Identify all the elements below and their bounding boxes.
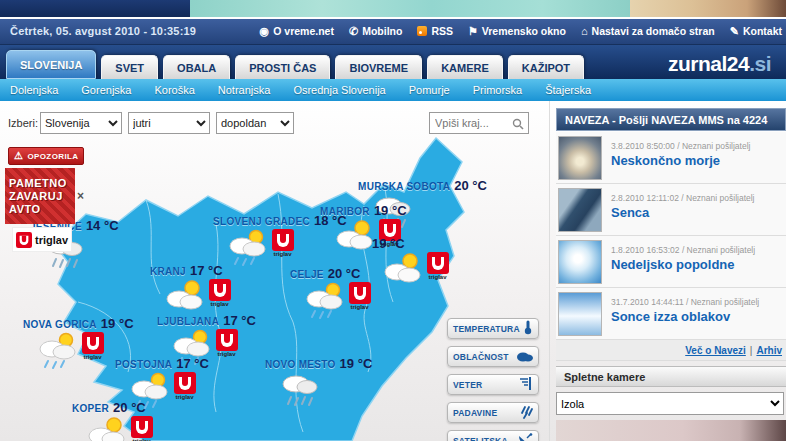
layer-button-oblacnost[interactable]: OBLAČNOST — [447, 346, 539, 367]
triglav-logo-icon: triglav — [348, 282, 371, 310]
region-link-dolenjska[interactable]: Dolenjska — [10, 84, 58, 96]
warnings-button[interactable]: ⚠ OPOZORILA — [8, 147, 84, 165]
city-label-row: KOPER20 °C — [72, 398, 153, 416]
mms-item-text: 3.8.2010 8:50:00 / Neznani pošiljateljNe… — [611, 136, 750, 179]
layer-button-label: VETER — [453, 380, 482, 390]
city-label-row: MARIBOR19 °C — [320, 201, 407, 219]
city-icons: triglav — [304, 282, 371, 324]
mms-title-link[interactable]: Neskončno morje — [611, 153, 750, 168]
region-link-koroska[interactable]: Koroška — [154, 84, 194, 96]
mms-thumbnail[interactable] — [558, 292, 602, 336]
sun-cloud-rain-icon — [37, 332, 79, 374]
triglav-logo-icon: triglav — [81, 332, 104, 360]
ad-text-line: ZAVARUJ — [9, 190, 71, 203]
city-name-label: SLOVENJ GRADEC — [213, 216, 310, 227]
city-icons: triglav — [86, 416, 153, 441]
city-temp-label: 14 °C — [86, 218, 119, 233]
city-koper[interactable]: KOPER20 °Ctriglav — [72, 398, 153, 441]
sun-cloud-icon — [164, 279, 206, 315]
region-link-osrednja-slovenija[interactable]: Osrednja Slovenija — [293, 84, 385, 96]
city-temp-label: 20 °C — [454, 178, 487, 193]
city-name-label: KOPER — [72, 403, 109, 414]
search-icon[interactable] — [512, 116, 526, 130]
triglav-logo-icon: triglav — [130, 416, 153, 441]
city-kranj[interactable]: KRANJ17 °Ctriglav — [150, 261, 231, 315]
mms-thumbnail[interactable] — [558, 240, 602, 284]
header-link-mobilno[interactable]: ✆Mobilno — [349, 25, 402, 37]
ad-close-icon[interactable]: × — [77, 190, 84, 202]
region-link-notranjska[interactable]: Notranjska — [218, 84, 271, 96]
mms-title-link[interactable]: Senca — [611, 205, 755, 220]
triglav-ad-banner[interactable]: PAMETNO ZAVARUJ AVTO — [5, 168, 75, 224]
city-name-label: LJUBLJANA — [157, 316, 219, 327]
mms-item-text: 1.8.2010 16:53:02 / Neznani pošiljateljN… — [611, 240, 755, 283]
triglav-brand-box[interactable]: triglav — [12, 227, 72, 252]
webcam-preview[interactable] — [556, 420, 786, 441]
webcams-header: Spletne kamere — [556, 366, 786, 387]
triglav-logo-icon: triglav — [208, 279, 231, 307]
layer-button-label: TEMPERATURA — [453, 324, 520, 334]
triglav-logo-label: triglav — [175, 394, 193, 400]
region-link-primorska[interactable]: Primorska — [473, 84, 523, 96]
tab-prosti-cas[interactable]: PROSTI ČAS — [235, 55, 330, 79]
mms-thumbnail[interactable] — [558, 136, 602, 180]
layer-button-satelitska[interactable]: SATELITSKA — [447, 430, 539, 441]
current-datetime: Četrtek, 05. avgust 2010 - 10:35:19 — [10, 25, 196, 37]
area-select[interactable]: Slovenija — [40, 112, 122, 134]
sun-cloud-icon — [382, 252, 424, 288]
header-link-rss[interactable]: RSS — [417, 25, 453, 37]
tab-biovreme[interactable]: BIOVREME — [335, 55, 422, 79]
city-temp-label: 19 °C — [340, 356, 373, 371]
logo-suffix-text: .si — [749, 52, 771, 75]
header-link-o-vreme-net[interactable]: ◉O vreme.net — [260, 25, 334, 37]
city-temp-label: 17 °C — [223, 313, 256, 328]
tab-obala[interactable]: OBALA — [163, 55, 230, 79]
city-novo-mesto[interactable]: NOVO MESTO19 °C — [265, 354, 372, 412]
zurnal24-logo[interactable]: zurnal24.si — [668, 52, 771, 76]
header-link-vremensko-okno[interactable]: ⚑Vremensko okno — [468, 25, 566, 37]
region-link-stajerska[interactable]: Štajerska — [545, 84, 591, 96]
search-box — [429, 112, 529, 134]
layer-button-label: SATELITSKA — [453, 436, 508, 441]
region-subnav: DolenjskaGorenjskaKoroškaNotranjskaOsred… — [0, 79, 786, 101]
mms-title-link[interactable]: Sonce izza oblakov — [611, 309, 759, 324]
city-label-row: CELJE20 °C — [290, 264, 371, 282]
city-unnamed[interactable]: 19 °Ctriglav — [368, 234, 449, 288]
mms-list-item: 31.7.2010 14:44:11 / Neznani pošiljatelj… — [556, 288, 786, 340]
ad-text-line: PAMETNO — [9, 177, 71, 190]
city-celje[interactable]: CELJE20 °Ctriglav — [290, 264, 371, 324]
layer-button-temperatura[interactable]: TEMPERATURA — [447, 318, 539, 339]
layer-button-padavine[interactable]: PADAVINE — [447, 402, 539, 423]
flag-icon: ⚑ — [468, 26, 478, 36]
layer-button-veter[interactable]: VETER — [447, 374, 539, 395]
sun-cloud-rain-icon — [227, 229, 269, 271]
warning-icon: ⚠ — [14, 151, 23, 161]
city-name-label: MURSKA SOBOTA — [358, 181, 450, 192]
tab-kamere[interactable]: KAMERE — [427, 55, 503, 79]
city-name-label: KRANJ — [150, 266, 186, 277]
more-naveza-link[interactable]: Več o Navezi — [685, 345, 746, 356]
archive-link[interactable]: Arhiv — [756, 345, 782, 356]
day-select[interactable]: jutri — [128, 112, 210, 134]
tab-kazipot[interactable]: KAŽIPOT — [508, 55, 584, 79]
region-link-pomurje[interactable]: Pomurje — [409, 84, 450, 96]
rain-icon — [520, 405, 533, 421]
tab-svet[interactable]: SVET — [101, 55, 158, 79]
daypart-select[interactable]: dopoldan — [216, 112, 294, 134]
triglav-logo-icon — [16, 232, 32, 248]
mms-list-item: 1.8.2010 16:53:02 / Neznani pošiljateljN… — [556, 236, 786, 288]
mms-thumbnail[interactable] — [558, 188, 602, 232]
tab-slovenija[interactable]: SLOVENIJA — [6, 50, 96, 79]
city-icons: triglav — [164, 279, 231, 315]
header-link-kontakt[interactable]: ✎Kontakt — [730, 25, 782, 37]
city-name-label: MARIBOR — [320, 206, 370, 217]
city-icons: triglav — [382, 252, 449, 288]
nav-tabs: SLOVENIJASVETOBALAPROSTI ČASBIOVREMEKAME… — [6, 50, 584, 79]
webcam-select[interactable]: Izola — [556, 392, 784, 415]
thermometer-icon — [523, 320, 533, 337]
city-temp-label: 19 °C — [372, 236, 405, 251]
region-link-gorenjska[interactable]: Gorenjska — [81, 84, 131, 96]
header-link-nastavi-za-domaco-stran[interactable]: ⌂Nastavi za domačo stran — [581, 25, 715, 37]
mms-title-link[interactable]: Nedeljsko popoldne — [611, 257, 755, 272]
city-label-row: NOVO MESTO19 °C — [265, 354, 372, 372]
